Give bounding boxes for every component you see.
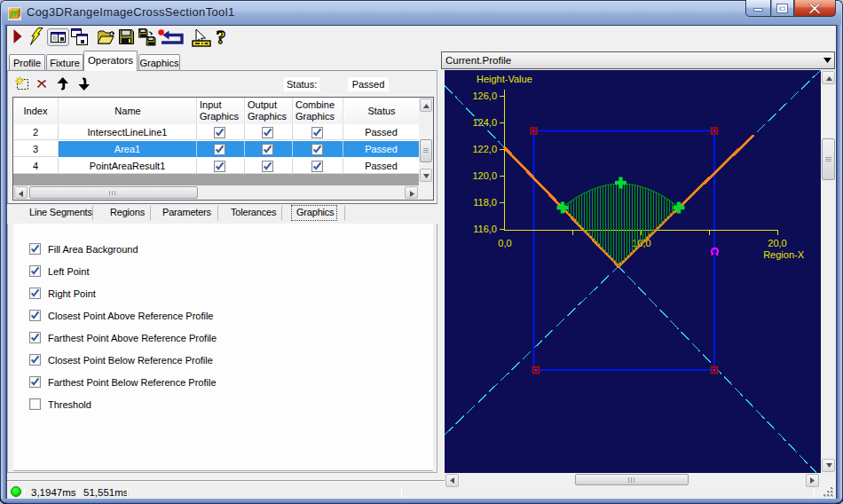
svg-text:122,0: 122,0	[472, 144, 497, 154]
svg-text:126,0: 126,0	[472, 91, 497, 101]
svg-text:124,0: 124,0	[472, 117, 497, 128]
svg-text:20,0: 20,0	[768, 238, 786, 248]
svg-text:?: ?	[217, 28, 226, 48]
svg-text:Region-X: Region-X	[763, 249, 805, 260]
svg-text:120,0: 120,0	[472, 170, 497, 181]
svg-text:Height-Value: Height-Value	[477, 74, 532, 84]
svg-text:0,0: 0,0	[498, 238, 511, 248]
svg-text:116,0: 116,0	[473, 224, 497, 234]
svg-text:118,0: 118,0	[473, 197, 497, 208]
